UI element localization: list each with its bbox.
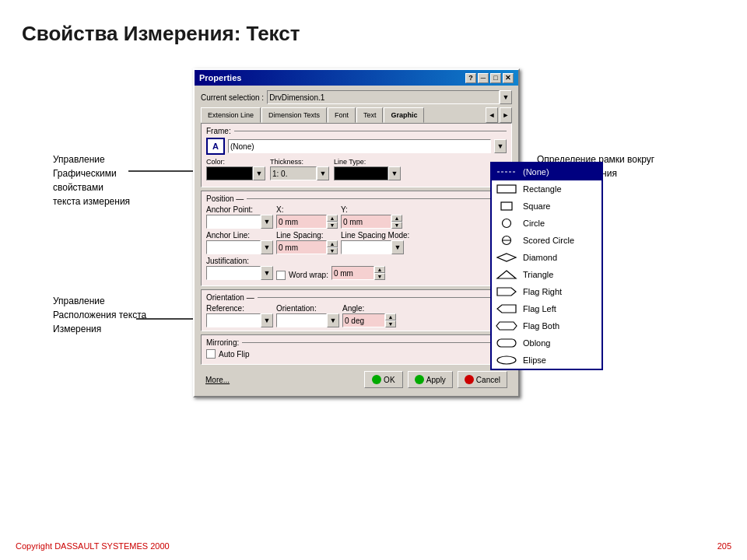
line-spacing-mode-field[interactable] <box>341 240 391 254</box>
current-selection-dropdown[interactable]: ▼ <box>500 90 512 104</box>
dialog-titlebar: Properties ? ─ □ ✕ <box>195 70 518 86</box>
x-spin-down[interactable]: ▼ <box>327 222 338 229</box>
ok-icon <box>372 375 381 384</box>
x-field[interactable]: 0 mm <box>276 215 327 229</box>
dialog-title: Properties <box>199 73 241 82</box>
frame-section-label: Frame: <box>206 127 507 135</box>
frame-icon-none <box>495 166 518 178</box>
frame-item-flag-both[interactable]: Flag Both <box>492 317 601 334</box>
svg-marker-13 <box>496 322 517 330</box>
anchor-point-field-row: ▼ <box>206 215 273 229</box>
frame-item-diamond[interactable]: Diamond <box>492 249 601 266</box>
auto-flip-checkbox[interactable] <box>206 349 216 359</box>
line-spacing-mode-dropdown[interactable]: ▼ <box>391 240 404 254</box>
line-spacing-field-row: 0 mm ▲ ▼ <box>276 240 338 254</box>
line-spacing-spin: ▲ ▼ <box>327 240 338 254</box>
frame-type-popup: (None) Rectangle Square Circle Scored Ci… <box>490 162 603 370</box>
anchor-line-field[interactable] <box>206 240 261 254</box>
justification-dropdown[interactable]: ▼ <box>261 266 273 280</box>
frame-item-square[interactable]: Square <box>492 198 601 215</box>
tab-font[interactable]: Font <box>328 107 356 123</box>
line-spacing-spin-down[interactable]: ▼ <box>327 247 338 254</box>
angle-field[interactable]: 0 deg <box>342 313 385 327</box>
orientation-val-group: Orientation: ▼ <box>276 304 339 327</box>
anchor-line-group: Anchor Line: ▼ <box>206 231 273 254</box>
ok-button[interactable]: OK <box>364 371 403 388</box>
frame-item-triangle[interactable]: Triangle <box>492 266 601 283</box>
frame-item-oblong[interactable]: Oblong <box>492 334 601 352</box>
close-button[interactable]: ✕ <box>503 73 514 83</box>
word-wrap-checkbox[interactable] <box>276 271 286 280</box>
anchor-point-field[interactable] <box>206 215 261 229</box>
tab-graphic[interactable]: Graphic <box>384 107 424 123</box>
thickness-field[interactable]: 1: 0. <box>270 166 317 180</box>
help-button[interactable]: ? <box>465 73 476 83</box>
frame-item-circle[interactable]: Circle <box>492 215 601 232</box>
anchor-xyz-row: Anchor Point: ▼ X: 0 mm ▲ ▼ <box>206 205 507 229</box>
frame-item-flag-left[interactable]: Flag Left <box>492 300 601 317</box>
frame-item-scored-circle[interactable]: Scored Circle <box>492 232 601 249</box>
line-spacing-group: Line Spacing: 0 mm ▲ ▼ <box>276 231 338 254</box>
color-dropdown-btn[interactable]: ▼ <box>253 166 265 180</box>
frame-icon-scored-circle <box>495 234 518 247</box>
frame-item-rectangle[interactable]: Rectangle <box>492 180 601 198</box>
frame-type-field[interactable]: (None) <box>228 139 491 153</box>
tab-text[interactable]: Text <box>356 107 384 123</box>
linetype-field[interactable] <box>334 166 388 180</box>
tab-dimension-texts[interactable]: Dimension Texts <box>261 107 327 123</box>
minimize-button[interactable]: ─ <box>478 73 489 83</box>
line-spacing-mode-label: Line Spacing Mode: <box>341 231 409 240</box>
line-spacing-field[interactable]: 0 mm <box>276 240 327 254</box>
frame-item-none[interactable]: (None) <box>492 163 601 180</box>
cancel-button[interactable]: Cancel <box>458 371 507 388</box>
current-selection-field: DrvDimension.1 <box>267 90 500 104</box>
y-field[interactable]: 0 mm <box>341 215 391 229</box>
dialog-footer: More... OK Apply Cancel <box>201 368 512 391</box>
anchor-line-dropdown[interactable]: ▼ <box>261 240 273 254</box>
orientation-val-dropdown[interactable]: ▼ <box>327 313 339 327</box>
more-button[interactable]: More... <box>205 376 230 384</box>
frame-icon-flag-right <box>495 285 518 298</box>
x-spin-up[interactable]: ▲ <box>327 215 338 222</box>
y-spin-down[interactable]: ▼ <box>391 222 402 229</box>
tab-extension-line[interactable]: Extension Line <box>201 107 261 123</box>
frame-icon-elipse <box>495 354 518 366</box>
frame-item-flag-right[interactable]: Flag Right <box>492 283 601 300</box>
frame-item-elipse[interactable]: Elipse <box>492 352 601 369</box>
page-title: Свойства Измерения: Текст <box>22 22 300 46</box>
word-wrap-field-row: 0 mm ▲ ▼ <box>331 266 385 280</box>
line-spacing-spin-up[interactable]: ▲ <box>327 240 338 247</box>
maximize-button[interactable]: □ <box>490 73 501 83</box>
tab-scroll-controls: ◄ ► <box>486 107 512 123</box>
word-wrap-spin: ▲ ▼ <box>374 266 385 280</box>
reference-field[interactable] <box>206 313 261 327</box>
word-wrap-field[interactable]: 0 mm <box>331 266 374 280</box>
color-box[interactable] <box>206 166 253 180</box>
frame-type-dropdown-btn[interactable]: ▼ <box>494 139 507 153</box>
word-wrap-group: Word wrap: 0 mm ▲ ▼ <box>276 266 385 280</box>
justification-field[interactable] <box>206 266 261 280</box>
tab-scroll-left[interactable]: ◄ <box>486 107 498 123</box>
word-wrap-spin-down[interactable]: ▼ <box>374 273 385 280</box>
tab-scroll-right[interactable]: ► <box>500 107 512 123</box>
angle-spin-down[interactable]: ▼ <box>385 320 396 327</box>
apply-icon <box>415 375 424 384</box>
apply-button[interactable]: Apply <box>408 371 453 388</box>
thickness-dropdown-btn[interactable]: ▼ <box>317 166 329 180</box>
orientation-val-field[interactable] <box>276 313 327 327</box>
angle-spin-up[interactable]: ▲ <box>385 313 396 320</box>
footer-page: 205 <box>717 541 731 551</box>
y-spin-up[interactable]: ▲ <box>391 215 402 222</box>
word-wrap-spin-up[interactable]: ▲ <box>374 266 385 273</box>
y-spin: ▲ ▼ <box>391 215 402 229</box>
color-group: Color: ▼ <box>206 158 265 180</box>
frame-icon-flag-both <box>495 320 518 332</box>
auto-flip-row: Auto Flip <box>206 349 507 359</box>
reference-dropdown[interactable]: ▼ <box>261 313 273 327</box>
titlebar-buttons: ? ─ □ ✕ <box>465 73 514 83</box>
linetype-dropdown-btn[interactable]: ▼ <box>388 166 401 180</box>
position-section: Position — Anchor Point: ▼ X: 0 mm <box>201 191 512 286</box>
anchor-point-dropdown[interactable]: ▼ <box>261 215 273 229</box>
justification-field-row: ▼ <box>206 266 273 280</box>
annotation-position-ctrl: Управление Расположения текста Измерения <box>53 294 146 336</box>
